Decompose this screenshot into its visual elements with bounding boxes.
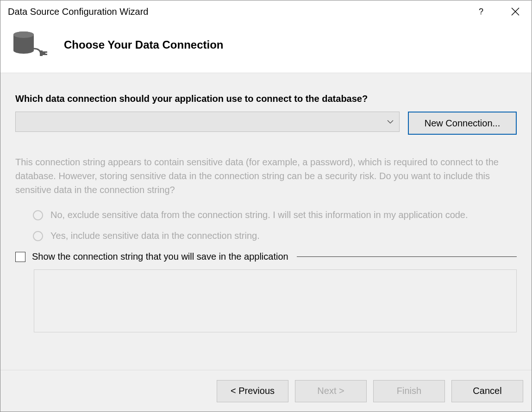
new-connection-button[interactable]: New Connection... xyxy=(408,112,517,135)
database-icon xyxy=(12,31,48,59)
connection-dropdown[interactable] xyxy=(15,112,400,132)
next-button: Next > xyxy=(295,380,367,402)
radio-label: No, exclude sensitive data from the conn… xyxy=(50,210,468,220)
page-title: Choose Your Data Connection xyxy=(64,38,223,51)
checkbox-label-wrap: Show the connection string that you will… xyxy=(32,251,517,262)
sensitive-data-text: This connection string appears to contai… xyxy=(15,155,517,197)
radio-include-sensitive: Yes, include sensitive data in the conne… xyxy=(33,231,517,241)
connection-question: Which data connection should your applic… xyxy=(15,94,517,104)
previous-button[interactable]: < Previous xyxy=(217,380,288,402)
wizard-header: Choose Your Data Connection xyxy=(0,23,532,73)
wizard-content: Which data connection should your applic… xyxy=(0,73,532,370)
window-title: Data Source Configuration Wizard xyxy=(8,6,474,17)
svg-rect-5 xyxy=(43,51,47,53)
radio-label: Yes, include sensitive data in the conne… xyxy=(50,231,260,241)
sensitive-radio-group: No, exclude sensitive data from the conn… xyxy=(33,210,517,241)
radio-icon xyxy=(33,210,43,220)
titlebar-actions: ? xyxy=(474,5,524,19)
svg-rect-4 xyxy=(40,50,43,56)
wizard-footer: < Previous Next > Finish Cancel xyxy=(0,370,532,412)
show-connstring-row: Show the connection string that you will… xyxy=(15,251,517,262)
help-button[interactable]: ? xyxy=(474,5,488,19)
titlebar: Data Source Configuration Wizard ? xyxy=(0,0,532,23)
connection-row: New Connection... xyxy=(15,112,517,135)
connection-string-textbox xyxy=(34,269,517,332)
svg-rect-6 xyxy=(43,54,47,55)
divider xyxy=(297,256,517,257)
close-icon xyxy=(511,7,519,16)
chevron-down-icon xyxy=(387,119,394,124)
show-connstring-label: Show the connection string that you will… xyxy=(32,251,288,262)
close-button[interactable] xyxy=(507,6,524,18)
radio-icon xyxy=(33,231,43,241)
cancel-button[interactable]: Cancel xyxy=(451,380,523,402)
svg-point-3 xyxy=(13,31,34,38)
radio-exclude-sensitive: No, exclude sensitive data from the conn… xyxy=(33,210,517,220)
show-connstring-checkbox[interactable] xyxy=(15,252,25,262)
finish-button: Finish xyxy=(373,380,445,402)
